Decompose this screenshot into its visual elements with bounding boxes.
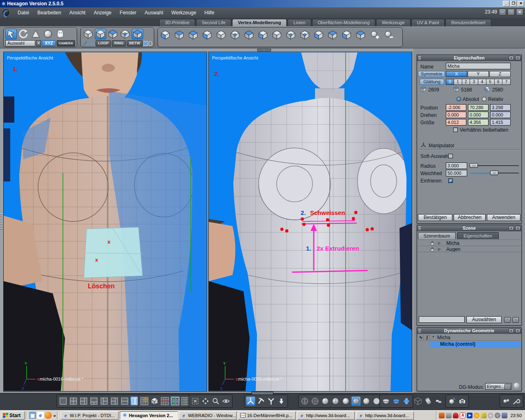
- internet-explorer-icon[interactable]: e: [37, 412, 44, 419]
- name-field[interactable]: Micha: [446, 63, 511, 69]
- dg-root-label[interactable]: Micha: [437, 335, 450, 340]
- face-mode-icon[interactable]: [107, 29, 119, 39]
- softness-field[interactable]: 50.000: [446, 170, 467, 176]
- rotate-x-field[interactable]: 0.000: [446, 112, 466, 118]
- lightning-power-icon[interactable]: [474, 413, 479, 418]
- eye-icon[interactable]: [436, 241, 441, 246]
- shading-flat-wire-icon[interactable]: [331, 397, 340, 406]
- shading-flat-icon[interactable]: [321, 397, 330, 406]
- task-maennerbh-image[interactable]: 16-DerMännerBH4.p...: [238, 411, 296, 420]
- smoothing-level-4[interactable]: 4: [478, 79, 486, 85]
- modeling-tool-icon-12[interactable]: [313, 30, 324, 40]
- keep-ratio-checkbox[interactable]: [453, 128, 458, 132]
- radius-field[interactable]: 3.000: [446, 162, 467, 169]
- xyz-toggle-button[interactable]: XYZ: [42, 40, 55, 46]
- dg-mode-dropdown-arrow-icon[interactable]: ▼: [504, 384, 511, 390]
- panel-grip-icon[interactable]: [418, 329, 421, 333]
- tab-linien[interactable]: Linien: [288, 19, 311, 26]
- tab-oberflaechen-modellierung[interactable]: Oberflächen-Modellierung: [312, 19, 376, 26]
- smoothing-level-1[interactable]: 1: [454, 79, 462, 85]
- modeling-tool-icon-4[interactable]: [201, 30, 213, 40]
- lasso-select-icon[interactable]: [89, 41, 95, 46]
- coffee-cup-icon[interactable]: [439, 413, 445, 418]
- modeling-tool-icon-5[interactable]: [215, 30, 227, 40]
- tree-expand-icon[interactable]: ▾: [432, 335, 434, 339]
- quicklaunch-overflow-chevron[interactable]: »: [53, 413, 56, 418]
- camera-toggle-button[interactable]: CAMERA: [57, 40, 75, 46]
- panel-collapse-icon[interactable]: ▼: [509, 56, 514, 60]
- scene-panel-titlebar[interactable]: Szene ▼ ✕: [417, 225, 521, 231]
- render-camera-icon[interactable]: [458, 397, 467, 406]
- eye-icon[interactable]: [436, 247, 441, 252]
- modeling-tool-icon-7[interactable]: [243, 30, 255, 40]
- selected-faces-region[interactable]: [84, 227, 142, 278]
- smoothing-level-7[interactable]: 7: [502, 79, 511, 85]
- tab-szenenbaum[interactable]: Szenenbaum: [418, 232, 456, 239]
- left-dock-grip[interactable]: [0, 213, 3, 230]
- tab-vertex-modellierung[interactable]: Vertex-Modellierung: [232, 19, 287, 26]
- lock-icon[interactable]: [430, 247, 435, 252]
- freeze-label[interactable]: Einfrieren: [420, 178, 441, 184]
- hexagon-logo-icon[interactable]: [2, 9, 10, 17]
- panel-grip-icon[interactable]: [418, 226, 421, 230]
- ring-select-button[interactable]: RING: [112, 40, 126, 46]
- size-y-field[interactable]: 4.356: [468, 119, 488, 126]
- layout-split-left-icon[interactable]: [100, 397, 109, 406]
- scene-down-icon[interactable]: ▼: [504, 317, 511, 323]
- dg-curve-icon[interactable]: ʃ: [425, 335, 430, 340]
- minimize-button[interactable]: _: [503, 1, 509, 7]
- modeling-tool-icon-8[interactable]: [257, 30, 269, 40]
- material-bowl-blue-icon[interactable]: [392, 397, 401, 406]
- cube-lock-icon[interactable]: [150, 397, 159, 406]
- position-x-field[interactable]: -2.006: [446, 104, 466, 111]
- symmetry-button[interactable]: Symmetrie: [418, 71, 445, 77]
- selection-mode-dropdown[interactable]: Auswahl: [5, 40, 35, 46]
- cancel-button[interactable]: Abbrechen: [454, 214, 486, 221]
- manipulator-move-icon[interactable]: [256, 397, 265, 406]
- modeling-tool-icon-15[interactable]: [355, 30, 366, 40]
- symmetry-x-button[interactable]: X: [446, 71, 467, 77]
- scene-row-augen[interactable]: Augen: [418, 246, 521, 252]
- select-arrow-icon[interactable]: [5, 29, 17, 39]
- shading-wireframe-icon[interactable]: [300, 397, 309, 406]
- modeling-tool-icon-11[interactable]: [299, 30, 310, 40]
- panel-grip-icon[interactable]: [418, 56, 421, 60]
- tab-3d-primitive[interactable]: 3D-Primitive: [159, 19, 195, 26]
- scene-up-icon[interactable]: ▲: [512, 317, 519, 323]
- task-wip-projekt[interactable]: e W.I.P. Projekt - DTDI...: [61, 411, 119, 420]
- smoothing-button[interactable]: Glättung: [420, 79, 444, 85]
- position-y-field[interactable]: 70.286: [468, 104, 488, 111]
- dg-panel-titlebar[interactable]: Dynamische Geometrie ▼ ✕: [417, 328, 521, 334]
- freeze-checkbox[interactable]: ✓: [448, 178, 453, 183]
- tab-werkzeuge[interactable]: Werkzeuge: [376, 19, 410, 26]
- menu-datei[interactable]: Datei: [14, 9, 33, 17]
- doc-close-button[interactable]: ✕: [516, 9, 523, 16]
- smoothing-level-6[interactable]: 6: [495, 79, 503, 85]
- object-mode-icon[interactable]: [132, 29, 143, 39]
- vertex-mode-icon[interactable]: [82, 29, 94, 39]
- modeling-tool-icon-3[interactable]: [187, 30, 199, 40]
- lock-key-icon[interactable]: [446, 413, 452, 418]
- between-select-button[interactable]: BETW: [127, 40, 143, 46]
- layout-three-left-icon[interactable]: [79, 397, 88, 406]
- shading-textured-icon[interactable]: [362, 397, 371, 406]
- shading-smooth-wire-icon[interactable]: [352, 397, 361, 406]
- absolute-label[interactable]: Absolut: [463, 96, 479, 102]
- firefox-icon[interactable]: [45, 412, 52, 419]
- soft-selection-label[interactable]: Soft-Auswahl: [420, 153, 450, 159]
- modeling-tool-icon-2[interactable]: [173, 30, 185, 40]
- shading-wireframe-hidden-icon[interactable]: [310, 397, 320, 406]
- dg-selected-item[interactable]: Micha (control): [430, 341, 521, 347]
- symmetry-z-button[interactable]: Z: [489, 71, 511, 77]
- dg-wave-icon[interactable]: ∿: [418, 335, 424, 340]
- fit-view-icon[interactable]: [191, 397, 200, 406]
- camera-tray-icon[interactable]: [502, 413, 507, 418]
- manipulator-scale-icon[interactable]: [277, 397, 286, 406]
- task-3d-board-2[interactable]: e http://www.3d-board...: [356, 411, 414, 420]
- marquee-select-icon[interactable]: [144, 41, 148, 46]
- cylinder-icon[interactable]: [424, 397, 433, 406]
- loop-select-button[interactable]: LOOP: [96, 40, 111, 46]
- wrench-icon[interactable]: [512, 397, 521, 406]
- layout-two-horizontal-icon[interactable]: [120, 397, 129, 406]
- position-z-field[interactable]: 3.298: [490, 104, 511, 111]
